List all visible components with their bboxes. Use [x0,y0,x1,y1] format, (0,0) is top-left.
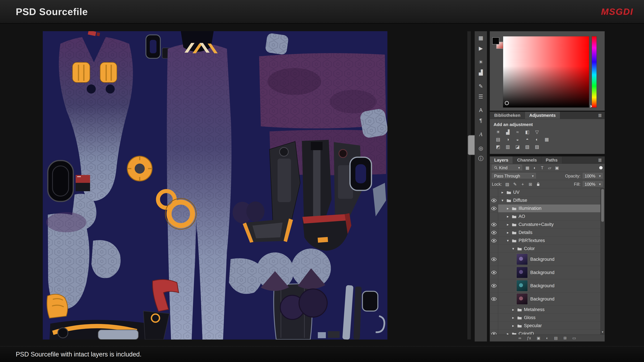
expand-chevron[interactable]: ▸ [511,324,515,328]
styles-icon[interactable]: ✎ [476,82,485,90]
visibility-toggle[interactable] [490,314,498,322]
layer-row-ao[interactable]: ▸AO [490,213,600,221]
adjustment-exposure-icon[interactable]: ◧ [524,129,531,135]
visibility-toggle[interactable] [490,279,498,292]
adjustment-hue-saturation-icon[interactable]: ▤ [494,136,502,143]
expand-chevron[interactable]: ▸ [506,222,510,227]
layer-row-metalness[interactable]: ▸Metalness [490,306,600,314]
expand-chevron[interactable]: ▸ [506,332,510,335]
visibility-toggle[interactable] [490,293,498,306]
layer-effects-icon[interactable]: ƒx [527,336,531,340]
layer-row-illumination[interactable]: ▸Illumination [490,204,600,213]
filter-pixel-layers-icon[interactable]: ▦ [524,165,530,170]
visibility-toggle[interactable] [490,204,498,212]
tab-bibliotheken[interactable]: Bibliotheken [490,112,525,119]
visibility-toggle[interactable] [490,266,498,279]
visibility-toggle[interactable] [490,322,498,330]
expand-chevron[interactable]: ▸ [500,190,504,195]
lock-all-icon[interactable] [535,182,541,187]
histogram-icon[interactable]: ▟ [476,68,485,76]
filter-toggle[interactable] [599,166,602,169]
actions-icon[interactable]: ▶ [476,44,485,52]
visibility-toggle[interactable] [490,196,498,204]
filter-shape-layers-icon[interactable]: ▱ [546,165,552,170]
visibility-toggle[interactable] [490,188,498,196]
layer-mask-icon[interactable]: ▣ [537,336,540,340]
layer-row-background[interactable]: Background [490,266,600,279]
adjustment-posterize-icon[interactable]: ▥ [504,144,511,150]
adjustment-vibrance-icon[interactable]: ▽ [534,129,540,135]
info-icon[interactable]: ⓘ [476,155,485,162]
layer-row-diffuse[interactable]: ▾Diffuse [490,196,600,204]
color-field-marker[interactable] [505,101,509,105]
adjustment-levels-icon[interactable]: ▟ [504,129,511,135]
document-canvas[interactable] [43,31,388,340]
layers-scrollbar[interactable]: ▾ [600,188,604,335]
layer-row-curvature-cavity[interactable]: ▸Curvature+Cavity [490,221,600,229]
layers-scrollbar-thumb[interactable] [601,189,604,222]
adjustment-threshold-icon[interactable]: ◪ [514,144,521,150]
layer-thumbnail[interactable] [516,267,528,278]
filter-kind-select[interactable]: Kind [492,165,522,171]
expand-chevron[interactable]: ▾ [506,239,510,243]
properties-icon[interactable]: ☰ [476,93,485,100]
tab-channels[interactable]: Channels [513,157,541,164]
panel-menu-icon[interactable]: ≣ [598,113,602,118]
delete-layer-icon[interactable]: ▭ [572,336,576,340]
layer-row-background[interactable]: Background [490,279,600,293]
layer-thumbnail[interactable] [516,294,528,305]
adjustment-gradient-map-icon[interactable]: ▧ [524,144,531,150]
expand-chevron[interactable]: ▸ [506,230,510,235]
hue-slider-marker[interactable] [590,105,592,108]
adjustment-invert-icon[interactable]: ◩ [494,144,502,150]
visibility-toggle[interactable] [490,237,498,245]
scroll-down-arrow[interactable]: ▾ [600,330,604,334]
layer-row-details[interactable]: ▸Details [490,229,600,237]
glyphs-icon[interactable]: A [476,131,485,138]
layer-thumbnail[interactable] [516,280,528,291]
visibility-toggle[interactable] [490,330,498,335]
layer-row-color[interactable]: ▾Color [490,245,600,253]
expand-chevron[interactable]: ▸ [511,308,515,312]
visibility-toggle[interactable] [490,306,498,314]
foreground-color-swatch[interactable] [492,37,499,44]
adjustment-selective-color-icon[interactable]: ▨ [534,144,540,150]
layer-row-colorid[interactable]: ▸ColorID [490,330,600,335]
character-icon[interactable]: A [476,106,485,114]
adjustment-color-balance-icon[interactable]: ◑ [504,136,511,143]
expand-chevron[interactable]: ▸ [506,214,510,219]
adjustments-icon[interactable]: ☀ [476,58,485,66]
adjustment-brightness-contrast-icon[interactable]: ☀ [494,129,502,135]
layer-row-gloss[interactable]: ▸Gloss [490,314,600,322]
adjustment-curves-icon[interactable]: ≈ [514,129,521,135]
layer-row-background[interactable]: Background [490,293,600,306]
new-adjustment-layer-icon[interactable]: ◐ [546,336,548,340]
filter-type-layers-icon[interactable]: T [539,165,545,170]
lock-position-icon[interactable]: + [520,182,526,187]
layer-row-uv[interactable]: ▸UV [490,188,600,196]
new-layer-icon[interactable]: ⊞ [564,336,567,340]
fill-value[interactable]: 100% [583,181,602,187]
filter-adjustment-layers-icon[interactable]: ◐ [532,165,538,170]
visibility-toggle[interactable] [490,213,498,220]
blend-mode-select[interactable]: Pass Through [492,173,536,179]
visibility-toggle[interactable] [490,229,498,237]
filter-smart-objects-icon[interactable]: ▣ [554,165,560,170]
document-scrollbar[interactable] [467,31,471,340]
lock-image-pixels-icon[interactable]: ✎ [512,182,518,187]
adjustment-photo-filter-icon[interactable]: ◓ [524,136,531,143]
adjustment-black-white-icon[interactable]: ◒ [514,136,521,143]
visibility-toggle[interactable] [490,221,498,228]
link-layers-icon[interactable]: ∞ [518,336,521,340]
opacity-value[interactable]: 100% [583,173,602,179]
expand-chevron[interactable]: ▾ [511,247,515,251]
lock-transparent-pixels-icon[interactable]: ▨ [504,182,510,187]
new-group-icon[interactable]: ▤ [554,336,558,340]
layer-row-specular[interactable]: ▸Specular [490,322,600,330]
tab-layers[interactable]: Layers [490,157,513,164]
tab-adjustments[interactable]: Adjustments [525,112,560,119]
expand-chevron[interactable]: ▾ [500,198,504,203]
layer-row-background[interactable]: Background [490,253,600,266]
adjustment-channel-mixer-icon[interactable]: ◐ [534,136,540,143]
visibility-toggle[interactable] [490,253,498,266]
